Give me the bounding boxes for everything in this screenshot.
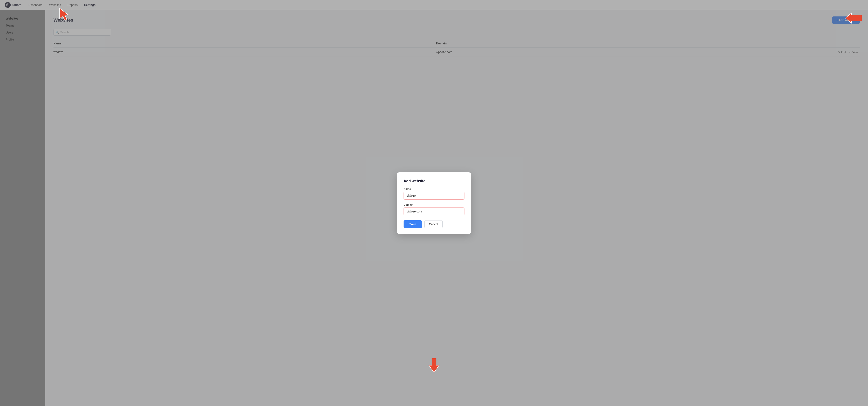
modal-title: Add website: [404, 179, 464, 183]
name-label: Name: [404, 187, 464, 190]
domain-form-group: Domain: [404, 203, 464, 215]
name-form-group: Name: [404, 187, 464, 199]
add-website-modal: Add website Name Domain Save Cancel: [397, 173, 471, 234]
modal-actions: Save Cancel: [404, 220, 464, 228]
cancel-button[interactable]: Cancel: [424, 220, 443, 228]
domain-input[interactable]: [404, 208, 464, 215]
save-button[interactable]: Save: [404, 220, 422, 228]
domain-label: Domain: [404, 203, 464, 206]
modal-overlay[interactable]: Add website Name Domain Save Cancel: [0, 0, 868, 406]
name-input[interactable]: [404, 192, 464, 199]
